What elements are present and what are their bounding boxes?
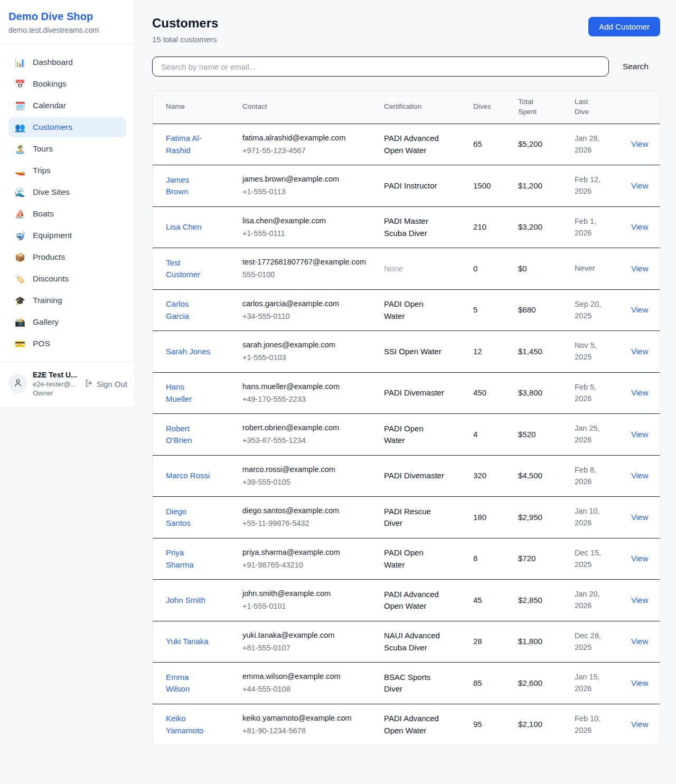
dives-cell: 5 [473,289,518,331]
customer-name-link[interactable]: Lisa Chen [166,221,202,233]
certification-cell: PADI Advanced Open Water [384,580,473,621]
customer-name-link[interactable]: John Smith [166,594,205,607]
certification-cell: PADI Open Water [384,538,473,580]
last-dive-cell: Feb 8, 2026 [575,455,631,497]
total-spent-cell: $1,450 [518,331,575,373]
search-row: Search [152,56,660,77]
view-link[interactable]: View [631,139,648,148]
customer-name-link[interactable]: Keiko Yamamoto [166,713,211,736]
total-spent-cell: $4,500 [518,455,575,497]
view-link[interactable]: View [631,637,648,646]
sign-out-icon [84,379,93,389]
view-link[interactable]: View [631,513,648,522]
sidebar-item-dive-sites[interactable]: 🌊 Dive Sites [8,182,126,202]
total-spent-cell: $2,600 [518,663,575,704]
customer-email: john.smith@example.com [242,588,379,600]
certification-cell: PADI Master Scuba Diver [384,206,473,248]
view-link[interactable]: View [631,471,648,480]
customer-name-link[interactable]: James Brown [166,174,211,198]
view-link[interactable]: View [631,554,648,563]
sidebar-item-products[interactable]: 📦 Products [8,247,126,267]
view-link[interactable]: View [631,222,648,231]
customer-email: fatima.alrashid@example.com [242,133,379,144]
sidebar-item-calendar[interactable]: 🗓️ Calendar [8,96,126,116]
table-row: Test Customer test-1772681807767@example… [153,248,660,290]
table-row: Hans Mueller hans.mueller@example.com +4… [153,372,660,414]
dives-cell: 8 [473,538,518,580]
dives-cell: 210 [473,206,518,248]
customer-name-link[interactable]: Fatima Al-Rashid [166,133,211,156]
sidebar-item-discounts[interactable]: 🏷️ Discounts [8,269,126,289]
certification-cell: NAUI Advanced Scuba Diver [384,621,473,663]
dives-cell: 4 [473,414,518,456]
total-spent-cell: $5,200 [518,124,575,165]
customer-name-link[interactable]: Priya Sharma [166,547,211,571]
sidebar: Demo Dive Shop demo.test.divestreams.com… [0,0,135,408]
customer-name-link[interactable]: Sarah Jones [166,346,210,358]
total-spent-cell: $3,800 [518,372,575,414]
certification-cell: BSAC Sports Diver [384,663,473,704]
sidebar-item-equipment[interactable]: 🤿 Equipment [8,225,126,245]
sidebar-item-gallery[interactable]: 📸 Gallery [8,312,126,332]
customer-email: carlos.garcia@example.com [242,298,379,310]
discounts-icon: 🏷️ [15,274,25,284]
view-link[interactable]: View [631,264,648,273]
sidebar-item-customers[interactable]: 👥 Customers [8,117,126,137]
search-button[interactable]: Search [609,62,649,71]
customer-phone: +81-90-1234-5678 [242,725,379,737]
add-customer-button[interactable]: Add Customer [588,17,660,36]
customer-count: 15 total customers [152,35,218,44]
sign-out-button[interactable]: Sign Out [84,379,127,389]
sidebar-item-boats[interactable]: ⛵ Boats [8,204,126,224]
customers-table: Name Contact Certification Dives Total S… [153,91,660,745]
customer-email: test-1772681807767@example.com [242,257,379,268]
view-link[interactable]: View [631,596,648,604]
dives-cell: 1500 [473,165,518,207]
user-name: E2E Test U... [33,371,79,379]
certification-cell: PADI Open Water [384,289,473,331]
certification-cell: PADI Divemaster [384,372,473,414]
customer-name-link[interactable]: Diego Santos [166,506,211,530]
customer-name-link[interactable]: Test Customer [166,257,211,281]
sidebar-item-bookings[interactable]: 📅 Bookings [8,74,126,94]
table-row: Priya Sharma priya.sharma@example.com +9… [153,538,660,580]
last-dive-cell: Feb 1, 2026 [575,206,631,248]
sidebar-item-trips[interactable]: 🚤 Trips [8,160,126,181]
customer-phone: +81-555-0107 [242,643,379,654]
view-link[interactable]: View [631,430,648,439]
sidebar-item-pos[interactable]: 💳 POS [8,334,126,354]
dives-cell: 320 [473,455,518,497]
view-link[interactable]: View [631,305,648,314]
bookings-icon: 📅 [15,79,25,89]
customer-name-link[interactable]: Marco Rossi [166,470,210,482]
sidebar-item-dashboard[interactable]: 📊 Dashboard [8,52,126,72]
dives-cell: 85 [473,663,518,704]
view-link[interactable]: View [631,347,648,356]
customer-name-link[interactable]: Yuki Tanaka [166,636,209,648]
calendar-icon: 🗓️ [15,101,25,111]
customer-name-link[interactable]: Emma Wilson [166,672,211,695]
shop-name: Demo Dive Shop [8,11,126,23]
last-dive-cell: Jan 15, 2026 [575,663,631,704]
view-link[interactable]: View [631,720,648,729]
view-link[interactable]: View [631,181,648,190]
sidebar-item-tours[interactable]: 🏝️ Tours [8,139,126,159]
col-dives: Dives [473,91,518,124]
sign-out-label: Sign Out [97,380,127,389]
total-spent-cell: $720 [518,538,575,580]
customer-email: emma.wilson@example.com [242,671,379,683]
last-dive-cell: Sep 20, 2025 [575,289,631,331]
dives-cell: 450 [473,372,518,414]
customer-name-link[interactable]: Carlos Garcia [166,298,211,322]
view-link[interactable]: View [631,388,648,397]
customer-phone: +1-555-0111 [242,228,379,240]
customer-phone: +1-555-0103 [242,352,379,364]
view-link[interactable]: View [631,678,648,687]
table-row: Robert O'Brien robert.obrien@example.com… [153,414,660,456]
search-input[interactable] [152,56,609,77]
customer-name-link[interactable]: Robert O'Brien [166,423,211,447]
certification-cell: PADI Open Water [384,414,473,456]
sidebar-item-training[interactable]: 🎓 Training [8,290,126,310]
col-actions [631,91,660,124]
customer-name-link[interactable]: Hans Mueller [166,381,211,405]
